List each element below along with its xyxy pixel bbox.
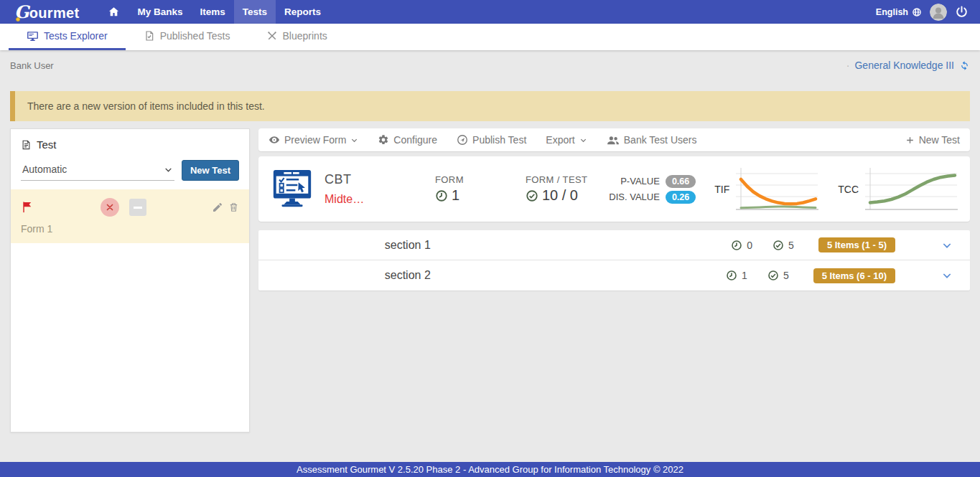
tab-tests-explorer[interactable]: Tests Explorer xyxy=(9,24,126,50)
form-test-stat: FORM / TEST 10 / 0 xyxy=(526,174,588,204)
tab-blueprints-label: Blueprints xyxy=(283,30,327,42)
footer-text: Assessment Gourmet V 2.5.20 Phase 2 - Ad… xyxy=(297,464,683,475)
new-version-alert: There are a new version of items include… xyxy=(10,91,970,121)
brand-dot-icon xyxy=(16,17,20,22)
test-panel-title-label: Test xyxy=(37,138,57,151)
export-label: Export xyxy=(546,134,574,146)
language-label: English xyxy=(876,7,908,17)
test-panel-title: Test xyxy=(21,138,239,151)
tcc-label: TCC xyxy=(838,184,859,195)
crumb-dot: · xyxy=(846,60,850,71)
configure-label: Configure xyxy=(393,134,437,146)
chevron-down-icon xyxy=(164,165,173,174)
app-window: Gourmet My Banks Items Tests Reports Eng… xyxy=(0,0,980,477)
panel-new-test-button[interactable]: New Test xyxy=(182,160,239,181)
test-type-row: Automatic New Test xyxy=(21,160,239,181)
form-name-label: Form 1 xyxy=(21,223,239,235)
refresh-icon[interactable] xyxy=(959,60,970,71)
language-switcher[interactable]: English xyxy=(876,7,922,17)
nav-my-banks[interactable]: My Banks xyxy=(129,0,191,24)
section-timed-count: 1 xyxy=(742,270,747,281)
tab-blueprints[interactable]: Blueprints xyxy=(248,24,345,50)
tif-chart-group: TIF xyxy=(714,165,819,214)
home-icon xyxy=(108,6,120,18)
test-type-value: Automatic xyxy=(22,164,67,175)
clock-icon xyxy=(726,270,737,281)
columns: Test Automatic New Test xyxy=(10,128,970,433)
current-bank-switcher[interactable]: · General Knowledge III xyxy=(846,60,970,71)
collapse-form-icon[interactable] xyxy=(129,199,146,216)
current-bank-label: General Knowledge III xyxy=(854,60,954,71)
blueprints-icon xyxy=(266,30,278,42)
section-done-count: 5 xyxy=(783,270,789,281)
bank-user-label: Bank User xyxy=(10,60,54,71)
section-name: section 2 xyxy=(270,269,546,282)
expand-section-icon[interactable] xyxy=(941,270,953,281)
tif-label: TIF xyxy=(714,184,729,195)
document-icon xyxy=(21,139,32,151)
value-stats: P-VALUE 0.66 DIS. VALUE 0.26 xyxy=(609,172,696,207)
eye-icon xyxy=(269,134,280,146)
p-value-badge: 0.66 xyxy=(666,175,696,188)
cbt-monitor-icon xyxy=(270,168,314,211)
test-summary-card: CBT Midte… FORM 1 FORM / TEST xyxy=(258,156,970,222)
nav-items-label: Items xyxy=(200,6,225,17)
bank-test-users-button[interactable]: Bank Test Users xyxy=(607,134,697,146)
nav-my-banks-label: My Banks xyxy=(137,6,182,17)
section-items-badge: 5 Items (6 - 10) xyxy=(813,268,895,283)
power-icon[interactable] xyxy=(955,5,969,19)
test-panel-head: Test Automatic New Test xyxy=(11,129,249,181)
section-row[interactable]: section 1 0 xyxy=(258,230,970,260)
configure-button[interactable]: Configure xyxy=(378,134,437,146)
users-icon xyxy=(607,135,620,146)
content-area: Bank User · General Knowledge III There … xyxy=(0,50,980,462)
nav-reports[interactable]: Reports xyxy=(276,0,330,24)
test-type-label: CBT xyxy=(325,172,395,187)
delete-trash-icon[interactable] xyxy=(228,202,239,213)
test-name-link[interactable]: Midte… xyxy=(325,193,395,206)
nav-tests[interactable]: Tests xyxy=(234,0,276,24)
tab-published-tests[interactable]: Published Tests xyxy=(126,24,248,50)
top-navbar: Gourmet My Banks Items Tests Reports Eng… xyxy=(0,0,980,24)
clock-icon xyxy=(435,189,448,202)
preview-form-button[interactable]: Preview Form xyxy=(269,134,358,146)
user-avatar[interactable] xyxy=(930,4,947,21)
tab-tests-explorer-label: Tests Explorer xyxy=(44,30,108,42)
section-timed-count: 0 xyxy=(747,240,752,251)
tif-sparkline-chart xyxy=(734,165,819,214)
clock-icon xyxy=(731,240,742,251)
test-type-select[interactable]: Automatic xyxy=(21,161,174,181)
export-button[interactable]: Export xyxy=(546,134,587,146)
section-row[interactable]: section 2 1 xyxy=(258,260,970,291)
published-tests-icon xyxy=(144,30,155,42)
tab-published-tests-label: Published Tests xyxy=(160,30,230,42)
tab-bar: Tests Explorer Published Tests Blueprint… xyxy=(0,24,980,50)
tests-explorer-icon xyxy=(27,30,39,42)
section-stats: 0 5 5 Items (1 - 5) xyxy=(711,237,958,252)
breadcrumb: Bank User · General Knowledge III xyxy=(10,50,970,71)
nav-tests-label: Tests xyxy=(243,6,267,17)
dis-value-label: DIS. VALUE xyxy=(609,192,660,202)
nav-items[interactable]: Items xyxy=(191,0,233,24)
dis-value-badge: 0.26 xyxy=(666,191,696,204)
publish-test-button[interactable]: Publish Test xyxy=(457,134,526,146)
brand-logo[interactable]: Gourmet xyxy=(14,1,79,22)
expand-section-icon[interactable] xyxy=(941,240,953,251)
form-stat-label: FORM xyxy=(435,174,464,185)
section-items-badge: 5 Items (1 - 5) xyxy=(818,237,895,252)
alert-message: There are a new version of items include… xyxy=(27,100,265,112)
test-panel: Test Automatic New Test xyxy=(10,128,250,433)
plus-icon xyxy=(905,136,915,145)
remove-form-icon[interactable] xyxy=(101,198,119,217)
new-test-button[interactable]: New Test xyxy=(905,134,960,146)
tcc-chart-group: TCC xyxy=(838,165,958,214)
test-toolbar: Preview Form Configure Publish Test xyxy=(258,128,970,151)
brand-text: Gourmet xyxy=(14,5,79,21)
form-list-item[interactable]: Form 1 xyxy=(11,189,249,243)
chevron-down-icon xyxy=(579,136,587,144)
p-value-label: P-VALUE xyxy=(620,176,660,186)
check-circle-icon xyxy=(526,189,538,202)
sections-list: section 1 0 xyxy=(258,230,970,291)
edit-pencil-icon[interactable] xyxy=(212,202,223,213)
nav-home[interactable] xyxy=(99,0,129,24)
